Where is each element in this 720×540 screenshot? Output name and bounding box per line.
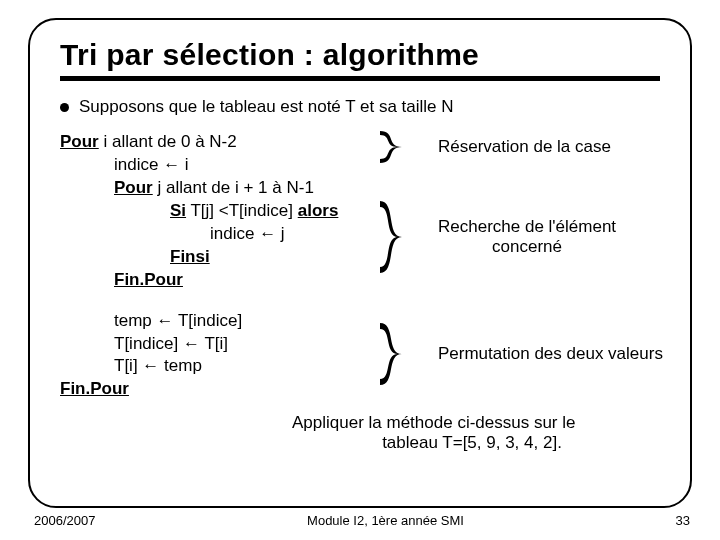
exercise-line: Appliquer la méthode ci-dessus sur le	[292, 413, 652, 433]
footer-right: 33	[676, 513, 690, 528]
algo-text: T[j] <T[indice]	[186, 201, 298, 220]
kw-finpour: Fin.Pour	[114, 269, 338, 292]
spacer	[60, 292, 338, 310]
slide-footer: 2006/2007 Module I2, 1ère année SMI 33	[34, 513, 690, 528]
kw-pour: Pour	[114, 178, 153, 197]
kw-si: Si	[170, 201, 186, 220]
callout-line: concerné	[438, 237, 616, 257]
algo-line: Pour j allant de i + 1 à N-1	[114, 177, 338, 200]
brace-icon	[378, 319, 432, 389]
callout-text: Recherche de l'élément concerné	[438, 217, 616, 256]
callout-reservation: Réservation de la case	[378, 127, 611, 167]
intro-text: Supposons que le tableau est noté T et s…	[79, 97, 454, 117]
bullet-icon	[60, 103, 69, 112]
footer-center: Module I2, 1ère année SMI	[95, 513, 675, 528]
algo-line: indice ← j	[210, 223, 338, 246]
algo-line: temp ← T[indice]	[114, 310, 338, 333]
brace-icon	[378, 197, 432, 277]
callout-text: Permutation des deux valeurs	[438, 344, 663, 364]
algo-text: i allant de 0 à N-2	[99, 132, 237, 151]
algorithm-block: Pour i allant de 0 à N-2 indice ← i Pour…	[60, 131, 338, 401]
content-area: Pour i allant de 0 à N-2 indice ← i Pour…	[60, 131, 660, 471]
kw-pour: Pour	[60, 132, 99, 151]
brace-icon	[378, 127, 432, 167]
kw-finsi: Finsi	[170, 246, 338, 269]
algo-line: T[i] ← temp	[114, 355, 338, 378]
intro-row: Supposons que le tableau est noté T et s…	[60, 97, 660, 117]
title-rule	[60, 76, 660, 81]
algo-line: T[indice] ← T[i]	[114, 333, 338, 356]
slide-frame: Tri par sélection : algorithme Supposons…	[28, 18, 692, 508]
callout-permutation: Permutation des deux valeurs	[378, 319, 663, 389]
algo-line: Pour i allant de 0 à N-2	[60, 131, 338, 154]
kw-finpour: Fin.Pour	[60, 378, 338, 401]
algo-text: j allant de i + 1 à N-1	[153, 178, 314, 197]
callout-text: Réservation de la case	[438, 137, 611, 157]
slide-title: Tri par sélection : algorithme	[60, 38, 660, 72]
exercise-line: tableau T=[5, 9, 3, 4, 2].	[292, 433, 652, 453]
algo-line: indice ← i	[114, 154, 338, 177]
callout-line: Recherche de l'élément	[438, 217, 616, 237]
algo-line: Si T[j] <T[indice] alors	[170, 200, 338, 223]
footer-left: 2006/2007	[34, 513, 95, 528]
kw-alors: alors	[298, 201, 339, 220]
callout-recherche: Recherche de l'élément concerné	[378, 197, 616, 277]
exercise-block: Appliquer la méthode ci-dessus sur le ta…	[292, 413, 652, 454]
